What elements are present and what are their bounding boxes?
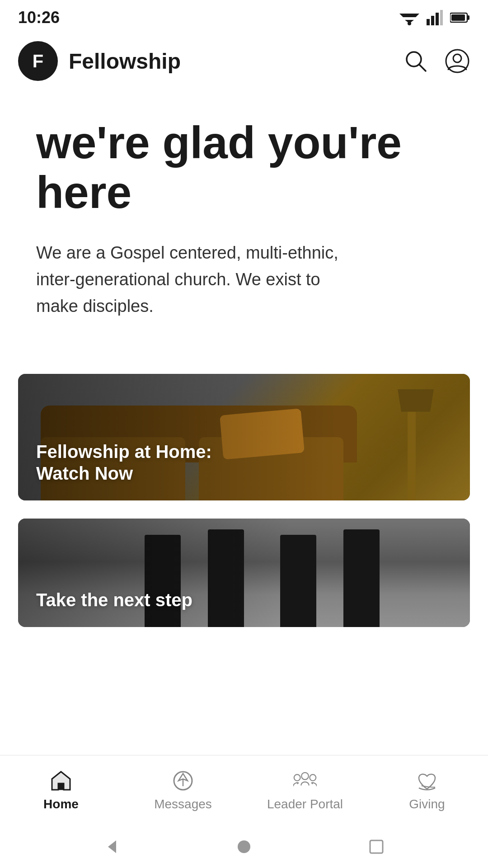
battery-icon: [450, 11, 470, 24]
nav-label-home: Home: [43, 797, 79, 811]
header-actions: [403, 48, 470, 74]
svg-point-23: [238, 840, 250, 853]
back-button[interactable]: [103, 839, 120, 857]
android-navigation-bar: [0, 827, 488, 868]
svg-rect-15: [58, 783, 64, 790]
home-icon: [49, 769, 73, 793]
take-next-step-card[interactable]: Take the next step: [18, 519, 470, 627]
svg-point-19: [294, 774, 300, 781]
svg-marker-22: [108, 840, 116, 853]
svg-rect-9: [467, 15, 469, 20]
svg-rect-7: [440, 10, 443, 25]
svg-point-3: [408, 22, 411, 25]
wifi-icon: [399, 10, 419, 25]
nav-label-messages: Messages: [154, 797, 212, 811]
status-time: 10:26: [18, 8, 60, 27]
card-1-label: Fellowship at Home:Watch Now: [18, 425, 230, 500]
hero-title: we're glad you're here: [36, 118, 452, 217]
app-header: F Fellowship: [0, 32, 488, 90]
recents-button[interactable]: [368, 839, 385, 857]
messages-icon: [171, 769, 195, 793]
giving-icon: [415, 769, 439, 793]
leader-portal-icon: [293, 769, 317, 793]
nav-label-giving: Giving: [409, 797, 445, 811]
status-icons: [399, 10, 470, 25]
app-logo: F: [18, 41, 58, 81]
search-button[interactable]: [403, 48, 428, 74]
card-2-label: Take the next step: [18, 573, 211, 627]
nav-item-giving[interactable]: Giving: [366, 764, 488, 811]
card-1-background: Fellowship at Home:Watch Now: [18, 374, 470, 500]
fellowship-at-home-card[interactable]: Fellowship at Home:Watch Now: [18, 374, 470, 500]
svg-point-13: [446, 50, 469, 72]
home-button[interactable]: [236, 839, 252, 857]
nav-item-home[interactable]: Home: [0, 764, 122, 811]
status-bar: 10:26: [0, 0, 488, 32]
cards-section: Fellowship at Home:Watch Now Take the ne…: [0, 374, 488, 627]
logo-letter: F: [33, 51, 43, 71]
nav-label-leader-portal: Leader Portal: [267, 797, 343, 811]
svg-rect-24: [370, 840, 383, 853]
svg-rect-10: [451, 14, 465, 21]
hero-subtitle: We are a Gospel centered, multi-ethnic, …: [36, 240, 343, 320]
card-2-background: Take the next step: [18, 519, 470, 627]
signal-icon: [427, 10, 443, 25]
app-title: Fellowship: [69, 49, 181, 74]
svg-point-21: [310, 774, 316, 781]
header-brand: F Fellowship: [18, 41, 181, 81]
svg-point-14: [453, 54, 461, 62]
svg-rect-5: [431, 16, 434, 25]
bottom-navigation: Home Messages Leader Portal: [0, 755, 488, 827]
svg-point-20: [301, 773, 309, 780]
svg-rect-4: [427, 19, 430, 25]
svg-rect-6: [436, 13, 439, 25]
profile-button[interactable]: [445, 48, 470, 74]
nav-item-leader-portal[interactable]: Leader Portal: [244, 764, 366, 811]
nav-item-messages[interactable]: Messages: [122, 764, 244, 811]
svg-line-12: [419, 65, 426, 71]
main-content: we're glad you're here We are a Gospel c…: [0, 90, 488, 374]
